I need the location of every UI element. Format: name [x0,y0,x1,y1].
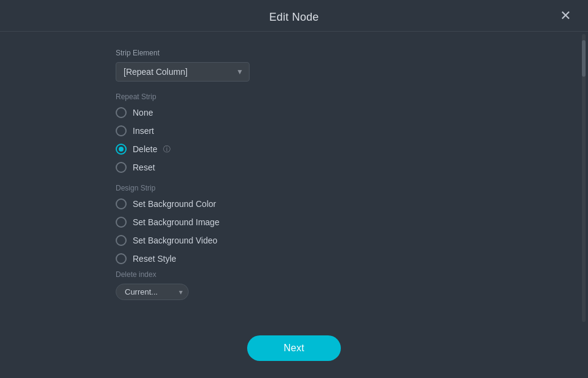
repeat-strip-group: None Insert Delete ⓘ Reset [116,107,555,173]
radio-none[interactable]: None [116,107,555,118]
radio-delete[interactable]: Delete ⓘ [116,144,555,155]
radio-delete-circle [116,144,127,155]
radio-set-bg-color[interactable]: Set Background Color [116,198,555,209]
radio-insert[interactable]: Insert [116,125,555,136]
scrollbar-track [582,34,586,322]
strip-element-section: Strip Element [Repeat Column] ▼ [116,49,555,82]
radio-bg-color-circle [116,198,127,209]
modal-body: Strip Element [Repeat Column] ▼ Repeat S… [0,32,588,324]
radio-bg-video-label: Set Background Video [133,236,217,245]
radio-reset[interactable]: Reset [116,162,555,173]
content-area: Strip Element [Repeat Column] ▼ Repeat S… [0,32,579,324]
design-strip-group: Set Background Color Set Background Imag… [116,198,555,264]
radio-delete-label: Delete [133,144,157,154]
radio-bg-video-circle [116,235,127,246]
radio-insert-circle [116,125,127,136]
strip-element-select[interactable]: [Repeat Column] [116,62,250,82]
modal-title: Edit Node [269,11,319,24]
radio-set-bg-image[interactable]: Set Background Image [116,217,555,228]
close-button[interactable]: ✕ [556,8,575,24]
radio-bg-image-label: Set Background Image [133,217,219,227]
modal: Edit Node ✕ Strip Element [Repeat Column… [0,0,588,378]
footer: Next [0,324,588,378]
radio-none-label: None [133,108,153,117]
radio-bg-image-circle [116,217,127,228]
radio-none-circle [116,107,127,118]
radio-bg-color-label: Set Background Color [133,199,216,209]
radio-reset-label: Reset [133,163,155,172]
scrollbar-thumb [582,40,586,77]
radio-reset-style-circle [116,253,127,264]
modal-header: Edit Node ✕ [0,0,588,31]
radio-set-bg-video[interactable]: Set Background Video [116,235,555,246]
strip-element-label: Strip Element [116,49,555,57]
repeat-strip-label: Repeat Strip [116,93,555,101]
next-button[interactable]: Next [247,335,341,361]
radio-reset-style-label: Reset Style [133,254,177,264]
radio-reset-circle [116,162,127,173]
delete-index-select[interactable]: Current... [116,284,189,300]
radio-insert-label: Insert [133,126,154,136]
delete-index-select-wrapper: Current... ▾ [116,284,189,300]
design-strip-label: Design Strip [116,184,555,192]
delete-index-label: Delete index [116,270,555,279]
scrollbar[interactable] [579,32,588,324]
strip-element-select-wrapper: [Repeat Column] ▼ [116,62,250,82]
radio-reset-style[interactable]: Reset Style [116,253,555,264]
delete-index-section: Delete index Current... ▾ [116,270,555,300]
info-icon[interactable]: ⓘ [163,144,170,155]
